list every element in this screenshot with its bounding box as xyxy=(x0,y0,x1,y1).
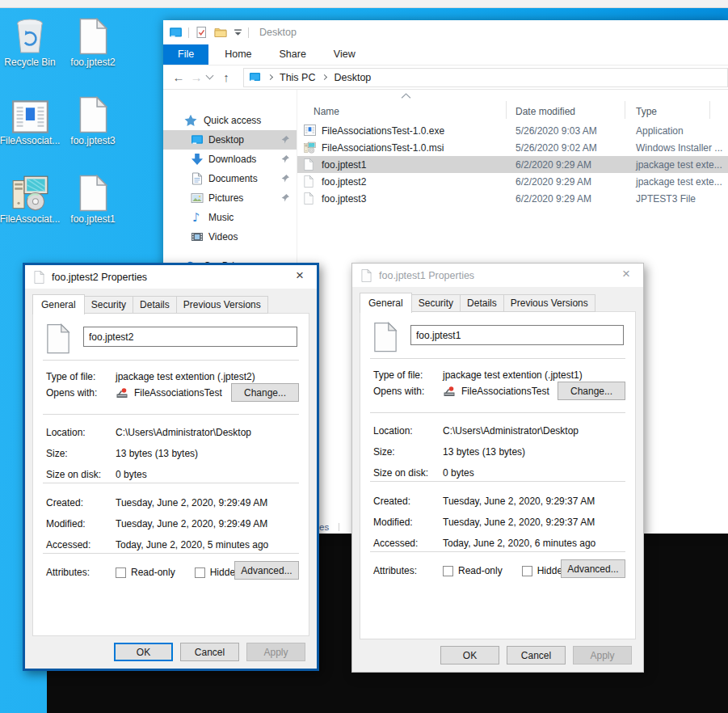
accessed-value: Today, June 2, 2020, 5 minutes ago xyxy=(116,539,268,551)
size-value: 13 bytes (13 bytes) xyxy=(443,446,525,458)
tab-previous-versions[interactable]: Previous Versions xyxy=(176,296,268,314)
up-icon[interactable]: ↑ xyxy=(217,66,235,89)
recent-locations-chevron-icon[interactable] xyxy=(206,72,214,80)
properties-check-icon[interactable] xyxy=(195,26,208,39)
tab-file[interactable]: File xyxy=(163,44,208,65)
breadcrumb-chevron-icon xyxy=(322,74,327,80)
tab-security[interactable]: Security xyxy=(84,296,133,314)
breadcrumb-this-pc[interactable]: This PC xyxy=(280,72,315,83)
explorer-titlebar[interactable]: Desktop xyxy=(163,20,728,44)
tab-general[interactable]: General xyxy=(32,294,85,314)
tab-security[interactable]: Security xyxy=(411,294,461,312)
general-tab-page: Type of file:jpackage test extention (.j… xyxy=(32,313,309,636)
advanced-button[interactable]: Advanced... xyxy=(561,559,625,578)
hidden-checkbox[interactable] xyxy=(195,567,205,578)
dialog-titlebar[interactable]: foo.jptest2 Properties × xyxy=(25,265,317,289)
hidden-checkbox[interactable] xyxy=(522,566,532,576)
separator xyxy=(370,481,625,482)
filename-input[interactable] xyxy=(83,327,297,347)
separator xyxy=(43,553,299,554)
close-icon[interactable]: × xyxy=(611,264,642,286)
ok-button[interactable]: OK xyxy=(114,643,173,661)
desktop-icon-foo-jptest3[interactable]: foo.jptest3 xyxy=(61,95,124,146)
apply-button: Apply xyxy=(573,646,632,664)
window-title: Desktop xyxy=(259,27,297,38)
size-label: Size: xyxy=(373,446,443,458)
file-row-fileassociationstest-exe[interactable]: FileAssociationsTest-1.0.exe 5/26/2020 9… xyxy=(297,122,728,139)
downloads-arrow-icon xyxy=(191,153,204,166)
sidebar-item-documents[interactable]: Documents xyxy=(163,169,297,188)
column-header-date-modified[interactable]: Date modified xyxy=(515,106,575,117)
sidebar-item-music[interactable]: ♪ Music xyxy=(163,208,297,227)
desktop-icon-label: FileAssociat... xyxy=(0,214,61,225)
size-on-disk-value: 0 bytes xyxy=(443,467,474,479)
attributes-label: Attributes: xyxy=(46,567,116,578)
pin-icon xyxy=(281,193,290,202)
location-value: C:\Users\Administrator\Desktop xyxy=(116,427,251,438)
this-pc-icon xyxy=(169,26,183,40)
file-row-foo-jptest1[interactable]: foo.jptest1 6/2/2020 9:29 AM jpackage te… xyxy=(297,156,728,173)
desktop-icon-label: foo.jptest1 xyxy=(61,214,124,225)
dialog-buttons: OK Cancel Apply xyxy=(440,646,632,664)
tab-previous-versions[interactable]: Previous Versions xyxy=(503,294,595,312)
sidebar-item-videos[interactable]: Videos xyxy=(163,227,297,247)
size-label: Size: xyxy=(46,448,116,459)
type-of-file-label: Type of file: xyxy=(373,369,443,381)
size-value: 13 bytes (13 bytes) xyxy=(116,448,198,459)
tab-details[interactable]: Details xyxy=(460,294,504,312)
dialog-titlebar[interactable]: foo.jptest1 Properties × xyxy=(352,264,643,287)
tab-general[interactable]: General xyxy=(360,293,412,313)
read-only-checkbox[interactable] xyxy=(443,566,453,576)
desktop-icon-fileassociationstest-exe[interactable]: FileAssociat... xyxy=(0,95,61,146)
tab-view[interactable]: View xyxy=(322,44,367,65)
app-icon xyxy=(443,385,456,398)
sidebar-item-downloads[interactable]: Downloads xyxy=(163,150,297,169)
column-header-type[interactable]: Type xyxy=(636,106,657,117)
blank-file-icon xyxy=(304,175,314,188)
column-divider[interactable] xyxy=(625,101,625,119)
blank-file-icon xyxy=(46,323,70,354)
ok-button[interactable]: OK xyxy=(440,646,499,664)
cancel-button[interactable]: Cancel xyxy=(180,643,239,661)
column-divider[interactable] xyxy=(506,101,507,119)
change-button[interactable]: Change... xyxy=(231,383,299,402)
new-folder-icon[interactable] xyxy=(214,26,227,39)
general-tab-page: Type of file:jpackage test extention (.j… xyxy=(360,311,636,639)
properties-dialog-foo-jptest1: foo.jptest1 Properties × General Securit… xyxy=(351,263,644,673)
read-only-label: Read-only xyxy=(458,565,503,576)
pictures-icon xyxy=(191,192,204,205)
change-button[interactable]: Change... xyxy=(558,382,625,400)
tab-share[interactable]: Share xyxy=(268,44,318,65)
breadcrumb-desktop[interactable]: Desktop xyxy=(334,72,371,83)
location-label: Location: xyxy=(46,427,116,438)
read-only-checkbox[interactable] xyxy=(116,567,126,578)
close-icon[interactable]: × xyxy=(284,265,315,288)
dialog-title: foo.jptest2 Properties xyxy=(52,272,147,283)
document-icon xyxy=(191,172,204,185)
desktop-icon-fileassociationstest-msi[interactable]: FileAssociat... xyxy=(0,173,61,225)
column-divider[interactable] xyxy=(709,101,710,119)
back-icon[interactable]: ← xyxy=(170,66,187,89)
cancel-button[interactable]: Cancel xyxy=(507,646,566,664)
dialog-tabs: General Security Details Previous Versio… xyxy=(32,296,268,314)
tab-home[interactable]: Home xyxy=(213,44,263,65)
desktop-icon-foo-jptest1[interactable]: foo.jptest1 xyxy=(61,173,124,225)
desktop-icon-recycle-bin[interactable]: Recycle Bin xyxy=(0,16,61,68)
msi-icon xyxy=(304,141,316,154)
advanced-button[interactable]: Advanced... xyxy=(234,561,299,580)
tab-details[interactable]: Details xyxy=(133,296,177,314)
sidebar-quick-access[interactable]: Quick access xyxy=(163,111,297,130)
customize-toolbar-dropdown-icon[interactable] xyxy=(234,28,242,36)
size-on-disk-label: Size on disk: xyxy=(46,469,116,480)
file-row-foo-jptest3[interactable]: foo.jptest3 6/2/2020 9:29 AM JPTEST3 Fil… xyxy=(297,190,728,207)
videos-icon xyxy=(191,230,204,243)
column-header-name[interactable]: Name xyxy=(314,106,339,117)
file-row-fileassociationstest-msi[interactable]: FileAssociationsTest-1.0.msi 5/26/2020 9… xyxy=(297,139,728,156)
address-bar[interactable]: This PC Desktop xyxy=(243,68,728,87)
filename-input[interactable] xyxy=(410,325,624,345)
sidebar-item-pictures[interactable]: Pictures xyxy=(163,188,297,208)
sidebar-item-desktop[interactable]: Desktop xyxy=(163,130,297,150)
file-row-foo-jptest2[interactable]: foo.jptest2 6/2/2020 9:29 AM jpackage te… xyxy=(297,173,728,190)
properties-dialog-foo-jptest2: foo.jptest2 Properties × General Securit… xyxy=(23,263,319,671)
desktop-icon-foo-jptest2[interactable]: foo.jptest2 xyxy=(61,16,124,68)
